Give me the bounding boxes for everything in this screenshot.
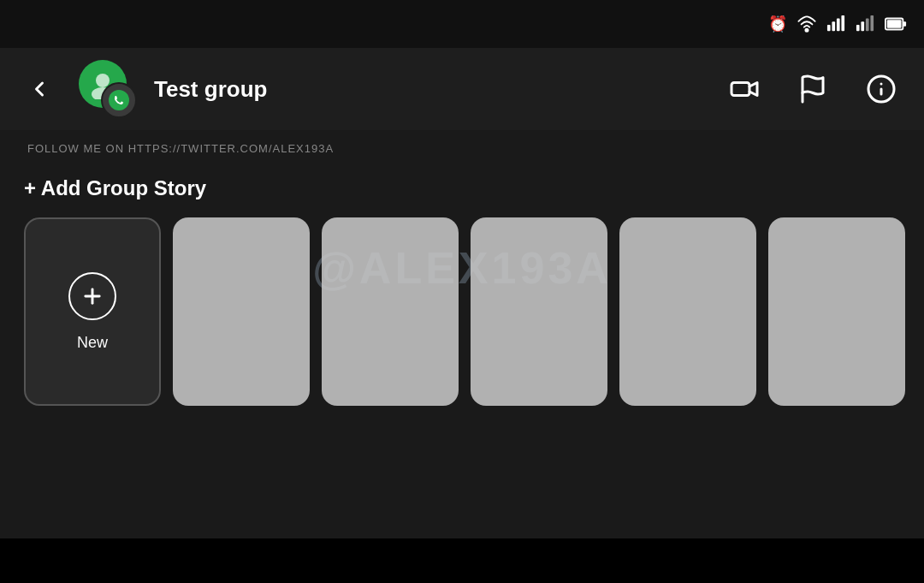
flag-button[interactable] <box>791 67 835 111</box>
new-story-card[interactable]: New <box>24 217 161 406</box>
header-actions <box>722 67 903 111</box>
bottom-bar <box>0 538 924 583</box>
svg-rect-6 <box>861 21 864 31</box>
story-card-empty-2[interactable] <box>322 217 459 406</box>
svg-rect-11 <box>887 20 902 27</box>
subtitle-text: FOLLOW ME ON HTTPS://TWITTER.COM/ALEX193… <box>27 142 334 155</box>
subtitle-bar: FOLLOW ME ON HTTPS://TWITTER.COM/ALEX193… <box>0 130 924 166</box>
status-bar: ⏰ <box>0 0 924 48</box>
svg-rect-10 <box>903 21 906 27</box>
group-avatar <box>79 60 137 118</box>
story-card-empty-4[interactable] <box>619 217 756 406</box>
svg-rect-4 <box>841 15 844 31</box>
svg-rect-5 <box>856 25 860 31</box>
content-area: FOLLOW ME ON HTTPS://TWITTER.COM/ALEX193… <box>0 130 924 406</box>
svg-point-14 <box>109 90 129 110</box>
new-story-icon <box>68 272 116 320</box>
info-button[interactable] <box>859 67 903 111</box>
back-button[interactable] <box>21 70 58 108</box>
story-card-empty-1[interactable] <box>173 217 310 406</box>
svg-rect-8 <box>870 15 874 31</box>
new-story-label: New <box>77 334 108 352</box>
group-title: Test group <box>154 76 705 103</box>
app-bar: Test group <box>0 48 924 130</box>
add-group-story-button[interactable]: + Add Group Story <box>24 176 206 200</box>
add-story-section: + Add Group Story <box>0 166 924 217</box>
clock-icon: ⏰ <box>768 15 787 33</box>
svg-point-0 <box>806 29 808 32</box>
svg-rect-15 <box>732 83 749 96</box>
video-call-button[interactable] <box>722 67 767 111</box>
svg-rect-1 <box>827 25 831 31</box>
svg-rect-3 <box>837 19 840 32</box>
battery-icon <box>885 15 907 33</box>
svg-rect-2 <box>832 21 835 31</box>
signal-icon-1 <box>826 15 845 33</box>
stories-row: New <box>0 217 924 406</box>
signal-icon-2 <box>856 15 874 33</box>
story-card-empty-3[interactable] <box>471 217 607 406</box>
wifi-icon <box>797 15 816 33</box>
story-card-empty-5[interactable] <box>768 217 905 406</box>
svg-rect-7 <box>866 19 869 32</box>
avatar-inner <box>101 82 137 118</box>
